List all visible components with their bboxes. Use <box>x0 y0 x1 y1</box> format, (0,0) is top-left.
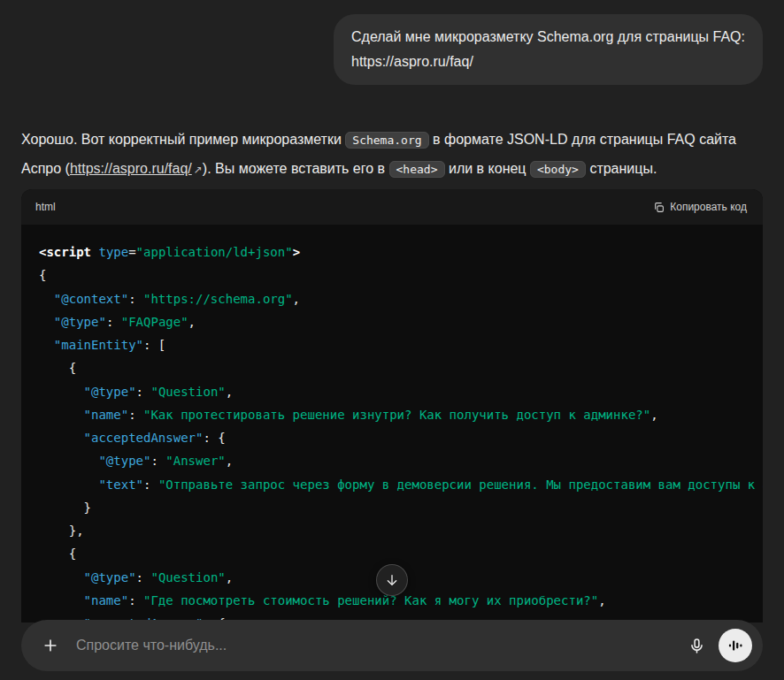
prose-text-5: страницы. <box>586 161 657 176</box>
code-block-header: html Копировать код <box>21 189 763 225</box>
faq-page-link[interactable]: https://aspro.ru/faq/↗ <box>70 161 203 176</box>
attach-button[interactable] <box>34 629 67 662</box>
code-content: <script type="application/ld+json">{ "@c… <box>21 225 763 623</box>
copy-code-button[interactable]: Копировать код <box>651 197 749 217</box>
user-message-line1: Сделай мне микроразметку Schema.org для … <box>351 29 745 44</box>
code-line: "@type": "Answer", <box>39 449 745 472</box>
assistant-message: Хорошо. Вот корректный пример микроразме… <box>0 126 784 623</box>
code-line: { <box>39 356 745 379</box>
prose-text-3: ). Вы можете вставить его в <box>203 161 389 176</box>
message-composer: Спросите что-нибудь... <box>21 620 763 671</box>
arrow-down-icon <box>385 573 399 587</box>
code-block: html Копировать код <script type="applic… <box>21 189 763 623</box>
copy-icon <box>653 202 665 213</box>
chat-page: Сделай мне микроразметку Schema.org для … <box>0 0 784 623</box>
voice-waveform-icon <box>727 638 743 653</box>
inline-code-body-tag: <body> <box>530 161 586 178</box>
microphone-button[interactable] <box>680 629 713 662</box>
external-link-icon: ↗ <box>194 156 203 184</box>
voice-mode-button[interactable] <box>719 629 752 662</box>
code-line: <script type="application/ld+json"> <box>39 241 745 264</box>
code-line: "mainEntity": [ <box>39 333 745 356</box>
plus-icon <box>42 637 59 654</box>
prose-text-4: или в конец <box>445 161 530 176</box>
code-line: "@type": "FAQPage", <box>39 310 745 333</box>
code-line: "@type": "Question", <box>39 380 745 403</box>
user-message-row: Сделай мне микроразметку Schema.org для … <box>0 0 784 85</box>
microphone-icon <box>688 638 705 654</box>
code-line: { <box>39 264 745 287</box>
code-line: "acceptedAnswer": { <box>39 426 745 449</box>
copy-code-label: Копировать код <box>670 201 747 213</box>
code-line: { <box>39 542 745 565</box>
prose-text-1: Хорошо. Вот корректный пример микроразме… <box>21 132 345 147</box>
user-message-bubble: Сделай мне микроразметку Schema.org для … <box>334 14 763 85</box>
code-line: "name": "Как протестировать решение изну… <box>39 403 745 426</box>
inline-code-head-tag: <head> <box>389 161 445 178</box>
inline-code-schema-org: Schema.org <box>345 132 428 149</box>
scroll-to-bottom-button[interactable] <box>376 564 408 596</box>
code-line: "@context": "https://schema.org", <box>39 287 745 310</box>
faq-link-text: https://aspro.ru/faq/ <box>70 161 192 176</box>
user-message-line2: https://aspro.ru/faq/ <box>351 54 473 69</box>
assistant-prose: Хорошо. Вот корректный пример микроразме… <box>21 126 763 184</box>
code-line: }, <box>39 519 745 542</box>
code-language-label: html <box>35 201 56 213</box>
input-placeholder: Спросите что-нибудь... <box>76 638 227 653</box>
code-line: "text": "Отправьте запрос через форму в … <box>39 473 745 496</box>
message-input[interactable]: Спросите что-нибудь... <box>73 638 674 653</box>
code-line: } <box>39 496 745 519</box>
